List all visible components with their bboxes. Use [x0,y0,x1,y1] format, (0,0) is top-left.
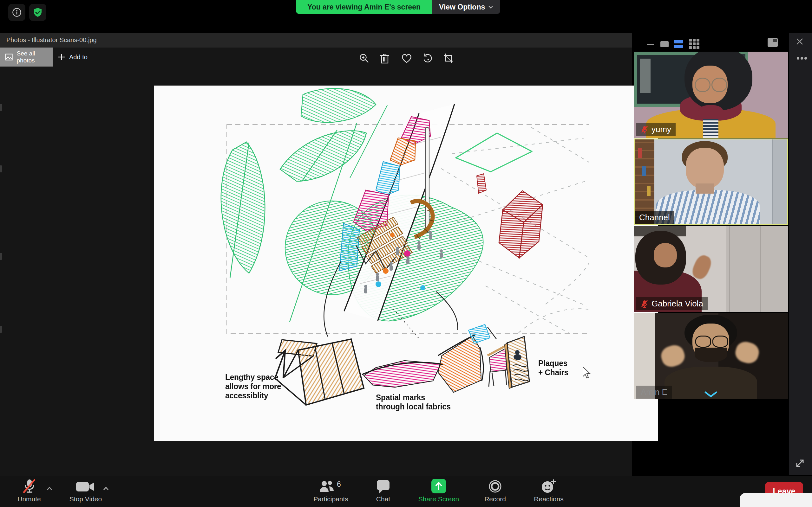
meeting-info-button[interactable] [8,4,26,21]
trash-icon [379,53,390,64]
plus-icon [58,53,65,61]
screen-share-banner: You are viewing Amin E's screen View Opt… [296,0,500,14]
edge-mark [0,253,2,260]
delete-button[interactable] [378,52,392,65]
encryption-status-button[interactable] [29,4,46,21]
participant-name: yumy [652,124,671,134]
muted-mic-icon [641,300,648,308]
participants-icon [318,480,335,494]
muted-mic-icon [21,478,38,495]
record-icon [488,480,502,493]
mic-options-caret[interactable] [46,487,53,491]
participant-video-yumy[interactable]: yumy [634,52,788,138]
crop-icon [443,53,454,64]
popup-overlay [740,493,812,507]
sketch-label-plaques-chairs: Plaques + Chairs [538,359,568,377]
view-options-button[interactable]: View Options [432,0,500,14]
sketch-label-lengthy-space: Lengthy space allows for more accessibli… [225,373,281,400]
share-arrow-icon [432,479,446,493]
favorite-button[interactable] [400,52,413,65]
participant-name-tag: Gabriela Viola [636,297,708,310]
meeting-toolbar: Unmute Stop Video 6 Participants [0,476,812,507]
unmute-label: Unmute [17,495,41,503]
sketch-red-marker [477,174,486,193]
meeting-screen: You are viewing Amin E's screen View Opt… [0,0,812,507]
minimize-panel-icon[interactable] [647,44,654,45]
view-options-label: View Options [439,3,485,11]
strip-view-icon[interactable] [674,40,683,48]
shared-screen-photos-app: Photos - Illustrator Scans-00.jpg See al… [0,33,632,476]
participants-count-badge: 6 [337,480,341,489]
edge-mark [0,104,2,111]
expand-fullscreen-icon[interactable] [794,458,806,469]
stop-video-label: Stop Video [69,495,102,503]
sketch-red-kiosk [499,191,543,258]
participant-name: Gabriela Viola [652,299,703,308]
shield-check-icon [33,7,43,17]
share-screen-label: Share Screen [418,495,459,503]
participant-name: Amin E [641,387,667,397]
speaker-view-icon[interactable] [660,41,669,47]
participant-name-tag: Amin E [636,386,672,399]
photo-canvas[interactable]: Lengthy space allows for more accessibli… [154,86,658,441]
popout-layout-icon[interactable] [768,38,778,47]
close-panel-icon[interactable] [796,38,804,46]
chevron-down-icon [488,5,493,9]
chat-label: Chat [376,495,390,503]
crop-button[interactable] [442,52,455,65]
sketch-green-lot [456,133,532,172]
chat-icon [376,480,390,494]
rotate-icon [422,53,433,64]
participant-name: Channel [639,213,670,222]
participant-video-amin[interactable]: Amin E [634,313,788,399]
reactions-label: Reactions [534,495,563,503]
see-all-photos-label: See all photos [17,50,53,64]
participants-label: Participants [313,495,348,503]
zoom-icon [358,53,370,64]
photo-gallery-icon [5,53,13,61]
sketch-plaque-detail [488,337,529,389]
edge-mark [0,165,2,172]
info-icon [12,8,21,17]
zoom-tool-button[interactable] [357,52,371,65]
photos-window-title: Photos - Illustrator Scans-00.jpg [6,37,97,44]
gallery-view-icon[interactable] [689,39,699,49]
record-label: Record [484,495,506,503]
heart-icon [401,53,413,64]
panel-side-strip [789,33,812,475]
reactions-smiley-icon [541,479,556,494]
participant-name-tag: yumy [636,123,676,136]
sketch-pergola-detail [274,339,364,405]
sketch-light-pole [425,127,429,233]
sketch-fabric-detail [362,325,490,392]
video-camera-icon [75,481,95,493]
muted-mic-icon [641,125,648,134]
more-options-icon[interactable] [797,57,799,60]
participant-name-tag: Channel [635,211,674,224]
sketch-label-spatial-marks: Spatial marks through local fabrics [376,393,451,411]
rotate-button[interactable] [421,52,434,65]
add-to-button[interactable]: Add to [58,48,88,66]
participant-video-channel[interactable]: Channel [634,138,788,225]
scroll-participants-chevron-icon[interactable] [703,391,719,398]
participant-video-gabriela[interactable]: Gabriela Viola [634,226,788,312]
see-all-photos-button[interactable]: See all photos [0,48,53,66]
banner-text: You are viewing Amin E's screen [296,0,432,14]
video-options-caret[interactable] [103,487,109,491]
mouse-cursor [582,366,591,379]
add-to-label: Add to [69,54,88,61]
edge-mark [0,326,2,333]
